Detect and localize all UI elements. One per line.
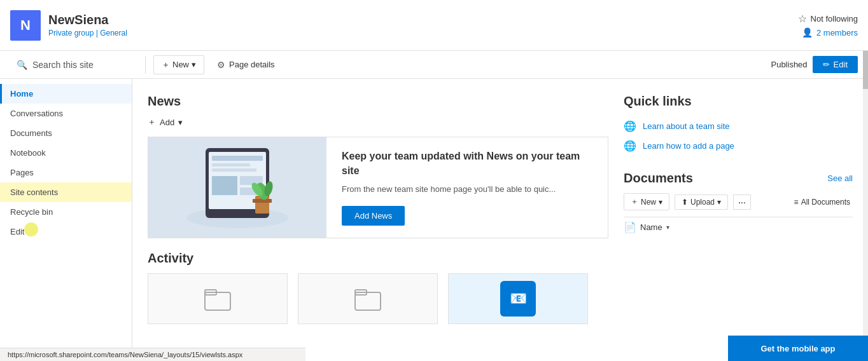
top-bar: N NewSiena Private group | General ☆ Not… — [0, 0, 868, 51]
svg-rect-10 — [253, 199, 272, 203]
doc-plus-icon: ＋ — [631, 196, 638, 207]
activity-card-2 — [298, 273, 438, 324]
star-icon: ☆ — [798, 13, 807, 25]
follow-button[interactable]: ☆ Not following — [798, 13, 858, 25]
doc-upload-button[interactable]: ⬆ Upload ▾ — [675, 194, 728, 210]
upload-chevron-icon: ▾ — [717, 198, 721, 207]
news-title: News — [148, 94, 608, 109]
new-label: New — [172, 60, 189, 69]
sidebar-item-label: Recycle bin — [10, 207, 53, 217]
sidebar: Home Conversations Documents Notebook Pa… — [0, 79, 132, 361]
svg-rect-6 — [212, 176, 237, 195]
doc-chevron-icon: ▾ — [659, 198, 662, 207]
mobile-app-banner[interactable]: Get the mobile app — [728, 336, 868, 361]
sidebar-item-label: Site contents — [10, 187, 58, 197]
add-news-label: Add News — [354, 211, 392, 221]
main-content: News ＋ Add ▾ — [148, 94, 608, 346]
doc-new-label: New — [641, 198, 656, 207]
sidebar-item-conversations[interactable]: Conversations — [0, 104, 132, 123]
toolbar-divider — [145, 56, 146, 74]
sidebar-item-home[interactable]: Home — [0, 84, 132, 104]
sidebar-item-pages[interactable]: Pages — [0, 163, 132, 182]
news-add-button[interactable]: ＋ Add ▾ — [148, 116, 183, 128]
activity-card-outlook: 📧 — [448, 273, 588, 324]
edit-button[interactable]: ✏ Edit — [813, 56, 858, 73]
search-placeholder: Search this site — [32, 60, 94, 70]
sidebar-item-label: Conversations — [10, 109, 63, 118]
document-icon: 📄 — [624, 221, 636, 233]
documents-header: Documents See all — [624, 171, 853, 186]
quick-links-title: Quick links — [624, 94, 853, 109]
doc-name-label: Name — [640, 222, 662, 232]
doc-all-docs-button[interactable]: ≡ All Documents — [792, 195, 853, 209]
sidebar-item-recycle-bin[interactable]: Recycle bin — [0, 202, 132, 222]
published-label: Published — [771, 60, 807, 69]
content-area: News ＋ Add ▾ — [132, 79, 868, 361]
status-url: https://microsoft.sharepoint.com/teams/N… — [8, 351, 242, 358]
chevron-down-icon: ▾ — [178, 118, 183, 127]
right-panel: Quick links 🌐 Learn about a team site 🌐 … — [624, 94, 853, 346]
quick-link-label-1: Learn about a team site — [643, 121, 730, 131]
top-bar-right: ☆ Not following 👤 2 members — [798, 13, 858, 37]
edit-label: Edit — [834, 60, 848, 69]
quick-link-item-2[interactable]: 🌐 Learn how to add a page — [624, 136, 853, 156]
new-button[interactable]: ＋ New ▾ — [153, 55, 204, 74]
activity-cards: 📧 — [148, 273, 608, 324]
sidebar-item-documents[interactable]: Documents — [0, 123, 132, 143]
plus-icon: ＋ — [148, 116, 156, 128]
doc-more-button[interactable]: ··· — [733, 194, 751, 210]
sidebar-item-edit[interactable]: Edit — [0, 222, 132, 242]
sidebar-item-notebook[interactable]: Notebook — [0, 143, 132, 163]
doc-new-button[interactable]: ＋ New ▾ — [624, 193, 669, 210]
gear-icon: ⚙ — [217, 60, 225, 70]
members-button[interactable]: 👤 2 members — [802, 27, 858, 37]
site-avatar: N — [10, 10, 41, 41]
quick-links-section: Quick links 🌐 Learn about a team site 🌐 … — [624, 94, 853, 156]
activity-title: Activity — [148, 251, 608, 266]
globe-icon-1: 🌐 — [624, 120, 636, 132]
globe-icon-2: 🌐 — [624, 140, 636, 152]
site-name: NewSiena — [48, 13, 127, 27]
scrollbar-thumb[interactable] — [863, 51, 868, 89]
svg-rect-3 — [212, 156, 263, 161]
page-details-button[interactable]: ⚙ Page details — [209, 57, 283, 73]
documents-title: Documents — [624, 171, 693, 186]
sort-chevron-icon: ▾ — [666, 224, 669, 231]
activity-section: Activity — [148, 251, 608, 324]
status-bar: https://microsoft.sharepoint.com/teams/N… — [0, 348, 305, 361]
upload-icon: ⬆ — [682, 198, 688, 207]
list-icon: ≡ — [794, 198, 799, 207]
add-news-button[interactable]: Add News — [342, 206, 405, 226]
news-content: Keep your team updated with News on your… — [326, 137, 608, 238]
follow-label: Not following — [811, 14, 858, 24]
folder-icon — [202, 283, 233, 314]
private-group-link[interactable]: Private group — [48, 29, 94, 37]
general-link[interactable]: General — [100, 29, 127, 37]
sidebar-item-label: Documents — [10, 128, 52, 138]
site-meta: Private group | General — [48, 29, 127, 37]
toolbar: 🔍 Search this site ＋ New ▾ ⚙ Page detail… — [0, 51, 868, 79]
quick-link-item-1[interactable]: 🌐 Learn about a team site — [624, 116, 853, 136]
activity-card-1 — [148, 273, 288, 324]
all-docs-label: All Documents — [801, 198, 850, 207]
news-description: From the new team site home page you'll … — [342, 183, 592, 196]
svg-rect-4 — [212, 163, 250, 167]
add-label: Add — [160, 118, 174, 127]
chevron-down-icon: ▾ — [192, 60, 196, 69]
search-bar[interactable]: 🔍 Search this site — [10, 57, 137, 72]
folder-icon-2 — [353, 283, 383, 314]
search-icon: 🔍 — [17, 60, 27, 70]
svg-rect-5 — [212, 168, 256, 172]
quick-link-label-2: Learn how to add a page — [643, 141, 734, 151]
toolbar-right: Published ✏ Edit — [771, 56, 858, 73]
sidebar-item-label: Edit — [10, 227, 24, 236]
scrollbar[interactable] — [863, 51, 868, 361]
page-details-label: Page details — [229, 60, 275, 69]
sidebar-item-label: Notebook — [10, 148, 46, 158]
mobile-app-label: Get the mobile app — [760, 344, 835, 353]
site-identity: N NewSiena Private group | General — [10, 10, 127, 41]
see-all-link[interactable]: See all — [827, 174, 853, 183]
sidebar-item-label: Pages — [10, 168, 34, 177]
sidebar-item-site-contents[interactable]: Site contents — [0, 182, 132, 202]
news-section: News ＋ Add ▾ — [148, 94, 608, 238]
